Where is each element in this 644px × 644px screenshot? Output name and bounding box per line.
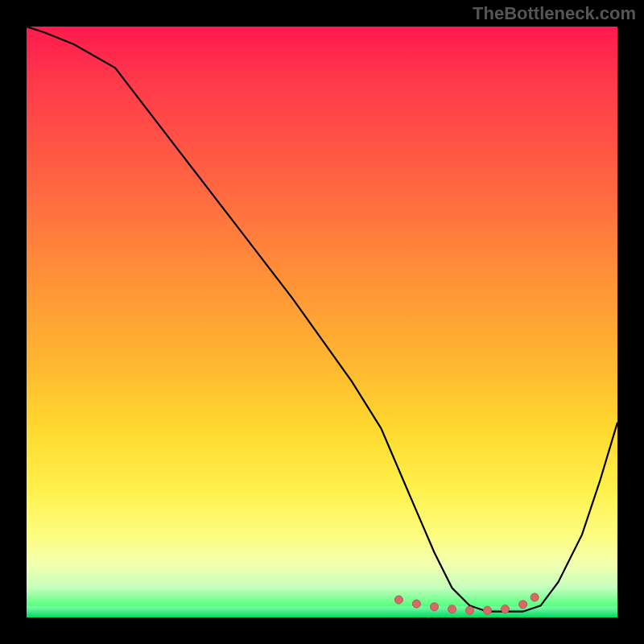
marker-dot <box>484 606 492 614</box>
marker-dot <box>466 606 474 614</box>
chart-svg <box>27 27 617 617</box>
marker-dot <box>530 593 539 601</box>
marker-dot <box>519 601 527 609</box>
marker-dot <box>431 603 439 611</box>
plot-area <box>27 27 617 617</box>
marker-dot <box>502 605 510 613</box>
watermark-text: TheBottleneck.com <box>473 3 636 24</box>
bottleneck-curve <box>27 27 617 612</box>
marker-dot <box>412 600 420 608</box>
marker-dot <box>448 605 456 613</box>
marker-dot <box>394 596 402 604</box>
